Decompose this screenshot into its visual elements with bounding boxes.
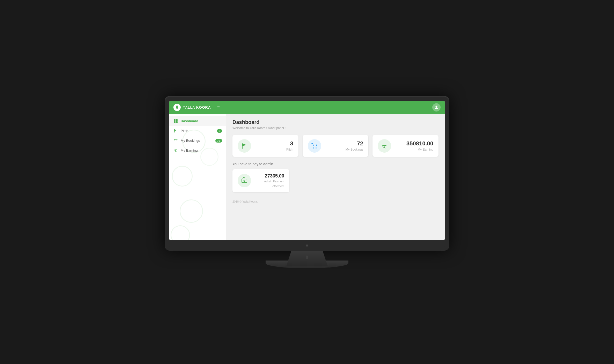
- flag-icon: [173, 129, 178, 133]
- main-content: Dashboard Welcome to Yalla Koora Owner p…: [226, 114, 445, 240]
- payment-card: 27365.00 Admin Payment Settlement: [232, 169, 289, 192]
- monitor-indicator: [306, 244, 308, 247]
- sidebar: Dashboard Pitch: [169, 114, 226, 240]
- pitch-stat-icon: [238, 139, 251, 153]
- apple-logo: : [165, 255, 449, 261]
- sidebar-label-bookings: My Bookings: [181, 139, 200, 143]
- page-subtitle: Welcome to Yalla Koora Owner panel !: [232, 126, 438, 130]
- cart-icon: [173, 138, 178, 143]
- earning-stat-info: 350810.00 My Earning: [395, 140, 433, 152]
- svg-rect-2: [176, 119, 178, 121]
- stats-row: 3 Pitch: [232, 135, 438, 157]
- svg-rect-13: [242, 179, 247, 183]
- bookings-stat-info: 72 My Bookings: [325, 140, 363, 152]
- pitch-stat-value: 3: [255, 140, 293, 147]
- pitch-stat-label: Pitch: [286, 148, 293, 151]
- stat-card-pitch: 3 Pitch: [232, 135, 298, 157]
- payment-section-title: You have to pay to admin: [232, 162, 438, 166]
- sidebar-label-dashboard: Dashboard: [181, 119, 198, 123]
- sidebar-nav: Dashboard Pitch: [169, 114, 226, 155]
- pitch-badge: 3: [217, 129, 222, 133]
- bookings-stat-icon: [308, 139, 321, 153]
- bookings-stat-label: My Bookings: [346, 148, 363, 151]
- sidebar-label-pitch: Pitch: [181, 129, 188, 133]
- stat-card-earning: 350810.00 My Earning: [372, 135, 438, 157]
- soccer-ball-deco-2: [172, 166, 193, 187]
- content-footer: 2018 © Yalla Koora.: [232, 192, 438, 203]
- payment-value: 27365.00: [255, 173, 284, 179]
- svg-point-11: [316, 147, 317, 148]
- rupee-icon: [173, 148, 178, 153]
- stat-card-bookings: 72 My Bookings: [303, 135, 369, 157]
- earning-stat-label: My Earning: [418, 148, 433, 151]
- svg-rect-4: [176, 121, 178, 123]
- sidebar-item-my-bookings[interactable]: My Bookings 72: [169, 136, 226, 146]
- soccer-ball-deco-3: [180, 199, 203, 223]
- payment-info: 27365.00 Admin Payment Settlement: [255, 173, 284, 188]
- soccer-ball-deco-4: [171, 225, 190, 240]
- dashboard-icon: [173, 119, 178, 123]
- svg-point-7: [176, 142, 177, 142]
- top-navigation: YALLA KOORA ≡: [169, 101, 445, 114]
- user-avatar[interactable]: [432, 103, 441, 112]
- pitch-stat-info: 3 Pitch: [255, 140, 293, 152]
- sidebar-label-earning: My Earning: [181, 148, 198, 152]
- bookings-badge: 72: [215, 139, 222, 143]
- earning-stat-icon: [378, 139, 391, 153]
- svg-point-0: [436, 106, 437, 107]
- brand-text: YALLA KOORA: [183, 105, 211, 109]
- sidebar-item-dashboard[interactable]: Dashboard: [169, 116, 226, 126]
- bookings-stat-value: 72: [325, 140, 363, 147]
- brand-logo: YALLA KOORA ≡: [173, 104, 220, 111]
- payment-label: Admin Payment Settlement: [264, 180, 284, 188]
- svg-point-6: [175, 142, 176, 142]
- page-title: Dashboard: [232, 119, 438, 125]
- svg-rect-1: [174, 119, 176, 121]
- footer-text: 2018 © Yalla Koora.: [232, 200, 258, 203]
- earning-stat-value: 350810.00: [395, 140, 433, 147]
- sidebar-item-pitch[interactable]: Pitch 3: [169, 126, 226, 136]
- sidebar-item-my-earning[interactable]: My Earning: [169, 146, 226, 155]
- menu-icon[interactable]: ≡: [217, 105, 220, 110]
- payment-icon: [238, 174, 251, 187]
- svg-rect-3: [174, 121, 176, 123]
- svg-point-10: [313, 147, 314, 148]
- logo-icon: [173, 104, 181, 111]
- svg-point-14: [244, 180, 245, 182]
